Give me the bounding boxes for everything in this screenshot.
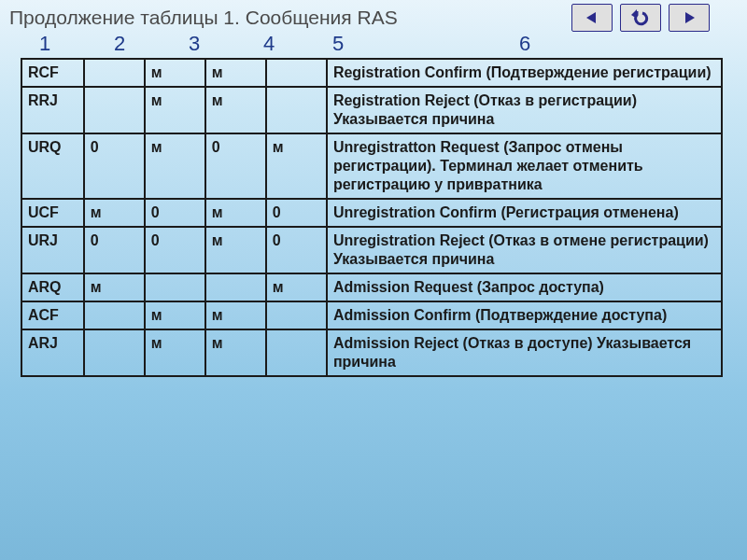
col-number-4: 4 xyxy=(263,32,332,56)
value-cell: 0 xyxy=(84,227,145,273)
value-cell xyxy=(266,329,327,376)
table-row: RRJммRegistration Reject (Отказ в регист… xyxy=(21,87,722,133)
code-cell: UCF xyxy=(21,199,84,227)
table-row: URJ00м0Unregistration Reject (Отказ в от… xyxy=(21,227,722,273)
value-cell: 0 xyxy=(205,133,266,199)
value-cell xyxy=(145,273,205,301)
triangle-right-icon xyxy=(682,10,697,25)
next-button[interactable] xyxy=(669,4,710,32)
value-cell: 0 xyxy=(145,199,205,227)
description-cell: Registration Confirm (Подтверждение реги… xyxy=(327,59,722,87)
value-cell: 0 xyxy=(266,227,327,273)
value-cell: м xyxy=(145,87,205,133)
table-row: URQ0м0мUnregistratton Request (Запрос от… xyxy=(21,133,722,199)
table-row: ACFммAdmission Confirm (Подтверждение до… xyxy=(21,301,722,329)
code-cell: ARQ xyxy=(21,273,84,301)
value-cell xyxy=(266,59,327,87)
table-row: UCFм0м0Unregistration Confirm (Регистрац… xyxy=(21,199,722,227)
col-number-1: 1 xyxy=(39,32,114,56)
value-cell: м xyxy=(145,329,205,376)
value-cell xyxy=(84,301,145,329)
description-cell: Admission Confirm (Подтверждение доступа… xyxy=(327,301,722,329)
value-cell: 0 xyxy=(266,199,327,227)
svg-marker-0 xyxy=(586,12,596,23)
return-icon xyxy=(631,9,650,26)
value-cell xyxy=(205,273,266,301)
value-cell: м xyxy=(145,301,205,329)
description-cell: Admission Reject (Отказ в доступе) Указы… xyxy=(327,329,722,376)
code-cell: URJ xyxy=(21,227,84,273)
page-title: Продолжение таблицы 1. Сообщения RAS xyxy=(9,7,571,29)
col-number-5: 5 xyxy=(332,32,519,56)
ras-messages-table: RCFммRegistration Confirm (Подтверждение… xyxy=(21,58,723,377)
column-numbers: 1 2 3 4 5 6 xyxy=(0,32,747,56)
home-button[interactable] xyxy=(620,4,661,32)
triangle-left-icon xyxy=(585,10,599,25)
value-cell: м xyxy=(205,199,266,227)
value-cell xyxy=(266,87,327,133)
value-cell: м xyxy=(145,59,205,87)
value-cell: м xyxy=(84,273,145,301)
value-cell: м xyxy=(205,59,266,87)
svg-marker-1 xyxy=(631,9,637,19)
value-cell: м xyxy=(205,301,266,329)
description-cell: Registration Reject (Отказ в регистрации… xyxy=(327,87,722,133)
value-cell: м xyxy=(205,227,266,273)
code-cell: RRJ xyxy=(21,87,84,133)
code-cell: URQ xyxy=(21,133,84,199)
code-cell: RCF xyxy=(21,59,84,87)
value-cell: м xyxy=(84,199,145,227)
col-number-3: 3 xyxy=(189,32,263,56)
col-number-2: 2 xyxy=(114,32,189,56)
table-row: RCFммRegistration Confirm (Подтверждение… xyxy=(21,59,722,87)
description-cell: Unregistration Reject (Отказ в отмене ре… xyxy=(327,227,722,273)
prev-button[interactable] xyxy=(571,4,613,32)
table-row: ARJммAdmission Reject (Отказ в доступе) … xyxy=(21,329,722,376)
value-cell xyxy=(84,59,145,87)
value-cell: м xyxy=(266,133,327,199)
value-cell: м xyxy=(266,273,327,301)
value-cell: м xyxy=(145,133,205,199)
value-cell xyxy=(84,87,145,133)
value-cell: м xyxy=(205,87,266,133)
value-cell: 0 xyxy=(145,227,205,273)
description-cell: Admission Request (Запрос доступа) xyxy=(327,273,722,301)
code-cell: ACF xyxy=(21,301,84,329)
code-cell: ARJ xyxy=(21,329,84,376)
col-number-6: 6 xyxy=(519,32,575,56)
value-cell xyxy=(84,329,145,376)
description-cell: Unregistratton Request (Запрос отмены ре… xyxy=(327,133,722,199)
description-cell: Unregistration Confirm (Регистрация отме… xyxy=(327,199,722,227)
svg-marker-2 xyxy=(685,12,695,23)
value-cell xyxy=(266,301,327,329)
table-row: ARQммAdmission Request (Запрос доступа) xyxy=(21,273,722,301)
value-cell: 0 xyxy=(84,133,145,199)
value-cell: м xyxy=(205,329,266,376)
